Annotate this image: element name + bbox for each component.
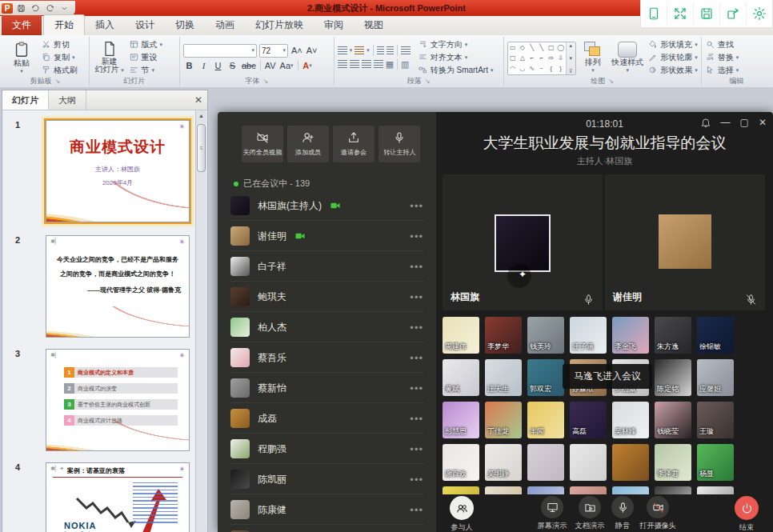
video-thumb[interactable]: 谢百欢: [443, 444, 479, 481]
shapes-scroll[interactable]: ▲▼⊽: [566, 42, 575, 74]
grow-font-button[interactable]: A˄: [290, 45, 303, 56]
shape-glyph[interactable]: △: [520, 54, 525, 63]
tool-文档演示[interactable]: 文档演示: [574, 496, 606, 531]
shape-glyph[interactable]: ⌐: [539, 54, 543, 63]
align-right-button[interactable]: [362, 60, 371, 69]
shape-glyph[interactable]: ◡: [519, 64, 525, 74]
line-spacing-button[interactable]: [401, 46, 411, 55]
shape-glyph[interactable]: {: [550, 64, 552, 74]
video-thumb[interactable]: [527, 486, 564, 494]
video-thumb[interactable]: 钱晓莹: [655, 402, 691, 438]
video-thumb[interactable]: [612, 486, 649, 494]
shape-glyph[interactable]: ⇩: [558, 54, 563, 63]
ribbon-tab-审阅[interactable]: 审阅: [314, 15, 354, 35]
font-button-A[interactable]: A▾: [302, 60, 314, 71]
shape-glyph[interactable]: ◠: [510, 64, 515, 74]
participant-menu-button[interactable]: •••: [410, 474, 423, 486]
重设-item[interactable]: 重设: [129, 52, 163, 63]
tool-打开摄像头[interactable]: 打开摄像头: [638, 496, 678, 531]
new-slide-button[interactable]: 新建幻灯片 ▾: [93, 38, 126, 76]
action-邀请参会[interactable]: 邀请参会: [333, 126, 374, 162]
panel-close-button[interactable]: ✕: [190, 90, 207, 110]
video-thumb[interactable]: 李泽君: [655, 444, 691, 481]
video-thumb[interactable]: 王璇: [697, 402, 734, 438]
participant-row[interactable]: •••: [218, 525, 436, 532]
剪切-item[interactable]: 剪切: [41, 39, 78, 50]
video-thumb[interactable]: 彭慧思: [443, 402, 479, 438]
participant-row[interactable]: 陈凯丽•••: [218, 464, 436, 494]
font-button-Aa[interactable]: Aa▾: [279, 60, 294, 71]
participant-menu-button[interactable]: •••: [410, 261, 423, 273]
形状填充-item[interactable]: 形状填充▾: [647, 39, 698, 50]
ribbon-tab-插入[interactable]: 插入: [85, 15, 125, 35]
video-thumb[interactable]: 吴明静: [485, 444, 522, 481]
participant-row[interactable]: 白子祥•••: [218, 251, 436, 282]
font-button-abc[interactable]: abc: [241, 60, 257, 71]
slide-thumbnail-1[interactable]: ✳ 商业模式设计 主讲人：林国旗 2020年4月: [46, 120, 190, 222]
minimize-button[interactable]: —: [721, 117, 731, 128]
形状效果-item[interactable]: 形状效果▾: [647, 65, 698, 76]
video-thumb[interactable]: 应馨妲: [697, 359, 734, 396]
justify-button[interactable]: [374, 60, 383, 69]
video-thumb[interactable]: [570, 486, 607, 494]
shape-glyph[interactable]: ◯: [557, 43, 564, 53]
video-thumb[interactable]: 陈定铭: [655, 359, 691, 396]
share-icon[interactable]: [719, 3, 746, 24]
video-thumb[interactable]: 郭双宏: [527, 359, 564, 396]
font-name-select[interactable]: ▾: [183, 44, 257, 58]
panel-scrollbar[interactable]: ▲ ≡: [195, 110, 206, 532]
shape-glyph[interactable]: ▢: [510, 54, 516, 63]
video-thumb[interactable]: 黄斌: [443, 359, 479, 396]
expand-icon[interactable]: [667, 3, 693, 24]
ribbon-tab-设计[interactable]: 设计: [125, 15, 165, 35]
font-button-I[interactable]: I: [198, 60, 210, 71]
video-thumb[interactable]: [697, 486, 734, 494]
table-button[interactable]: ▥: [401, 60, 409, 69]
tool-屏幕演示[interactable]: 屏幕演示: [536, 496, 568, 531]
video-thumb[interactable]: [527, 444, 564, 481]
slide-thumbnail-2[interactable]: ✱▏ ✳ 今天企业之间的竞争，已经不是产品和服务 之间的竞争，而是商业模式之间的…: [46, 235, 190, 338]
video-thumb[interactable]: 吴林峰: [612, 402, 649, 438]
video-thumb[interactable]: 钱美玲: [527, 317, 564, 354]
redo-button[interactable]: [44, 2, 56, 14]
save-button[interactable]: [15, 2, 27, 14]
quick-styles-button[interactable]: 快速样式▾: [610, 38, 645, 76]
dropdown-button[interactable]: [58, 2, 70, 14]
participant-menu-button[interactable]: •••: [410, 413, 423, 425]
ribbon-tab-开始[interactable]: 开始: [43, 14, 85, 35]
video-thumb[interactable]: [485, 486, 522, 494]
video-thumb[interactable]: 汪天生: [485, 359, 522, 396]
participant-menu-button[interactable]: •••: [410, 200, 423, 212]
participant-row[interactable]: 成磊•••: [218, 403, 436, 434]
participant-row[interactable]: 柏人杰•••: [218, 312, 436, 342]
dialog-launcher-icon[interactable]: ↘: [608, 78, 614, 85]
bell-icon[interactable]: [700, 117, 711, 128]
paste-button[interactable]: 粘贴 ▾: [5, 38, 38, 76]
video-thumb[interactable]: 李梦华: [485, 317, 522, 354]
tab-outline[interactable]: 大纲: [49, 90, 86, 110]
participant-row[interactable]: 谢佳明•••: [218, 221, 436, 251]
复制-item[interactable]: 复制▾: [41, 52, 78, 63]
action-添加成员[interactable]: 添加成员: [287, 126, 329, 162]
tool-静音[interactable]: 静音: [611, 496, 634, 531]
font-button-AV[interactable]: AV: [264, 60, 277, 71]
video-thumb[interactable]: 朱方逸: [655, 317, 691, 354]
bullets-button[interactable]: [338, 46, 347, 55]
decrease-indent-button[interactable]: [377, 46, 384, 55]
video-thumb[interactable]: [655, 486, 691, 494]
shape-glyph[interactable]: ⌐: [530, 54, 534, 63]
shape-glyph[interactable]: ◇: [520, 43, 525, 53]
video-tile-host[interactable]: ✦ 林国旗: [443, 174, 603, 310]
close-button[interactable]: ✕: [759, 117, 767, 128]
participant-menu-button[interactable]: •••: [410, 504, 423, 516]
participant-row[interactable]: 林国旗(主持人)•••: [218, 190, 436, 221]
participant-menu-button[interactable]: •••: [410, 230, 423, 242]
替换-item[interactable]: 替换▾: [705, 52, 739, 63]
shape-glyph[interactable]: ▢: [548, 43, 555, 53]
participant-menu-button[interactable]: •••: [410, 352, 423, 364]
action-关闭全员视频[interactable]: 关闭全员视频: [242, 126, 283, 162]
shape-glyph[interactable]: ∿: [529, 64, 535, 74]
participant-row[interactable]: 蔡新怡•••: [218, 373, 436, 403]
participant-row[interactable]: 程鹏强•••: [218, 434, 436, 464]
slide-thumbnail-4[interactable]: ✱▏✦ ✳ 案例：诺基亚的衰落 NOKIA Connecting People …: [46, 462, 190, 532]
